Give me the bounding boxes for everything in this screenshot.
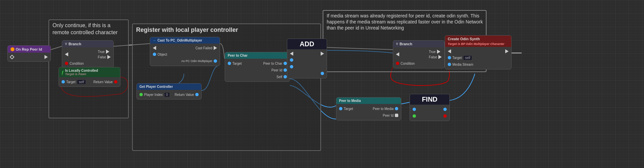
cast-title: Cast To PC_OdinMultiplayer xyxy=(157,39,202,42)
create-synth-media-row: Media Stream xyxy=(445,61,511,68)
is-locally-target-left: Target self xyxy=(62,79,86,85)
node-cast-to-pc[interactable]: ↔ Cast To PC_OdinMultiplayer Cast Failed… xyxy=(150,37,220,66)
is-locally-header: ƒ Is Locally Controlled Target is Pawn xyxy=(59,67,120,77)
find-input-pin xyxy=(413,108,416,111)
branch1-false-label: False xyxy=(98,55,106,59)
peer-media-out-pin xyxy=(395,107,398,110)
get-player-return-right: Return Value xyxy=(175,93,199,97)
branch2-body: True False Condition xyxy=(393,47,444,68)
comment-remote-text: Only continue, if this is a remote contr… xyxy=(52,22,128,36)
branch1-false-row: False xyxy=(98,55,111,59)
node-peer-to-char[interactable]: Peer to Char Target Peer to Char Peer Id… xyxy=(225,52,290,82)
branch1-condition-pin xyxy=(65,62,68,65)
create-synth-target-left: Target self xyxy=(448,55,472,60)
node-add[interactable]: ADD xyxy=(287,39,327,78)
branch1-true-label: True xyxy=(98,50,105,54)
branch1-body: True False Condition xyxy=(62,47,113,68)
add-input-pin2 xyxy=(290,65,293,68)
add-body xyxy=(287,49,327,78)
find-input2-row xyxy=(410,113,449,119)
node-on-rep-peer-id[interactable]: ⬤ On Rep Peer Id xyxy=(7,45,51,62)
branch2-exec-in xyxy=(396,52,399,56)
peer-media-out-right: Peer to Media xyxy=(373,107,398,111)
find-out-pin xyxy=(443,108,447,111)
branch2-exec-true xyxy=(437,50,440,54)
peer-media-peerid-label: Peer Id xyxy=(383,114,394,117)
node-peer-to-media[interactable]: Peer to Media Target Peer to Media Peer … xyxy=(336,97,401,120)
peer-char-peerid-right: Peer Id xyxy=(272,68,287,72)
node-get-player-controller[interactable]: Get Player Controller Player Index 0 Ret… xyxy=(136,83,202,100)
function-icon: ƒ xyxy=(62,70,64,75)
add-header: ADD xyxy=(287,39,327,49)
get-player-index-row: Player Index 0 Return Value xyxy=(137,91,201,98)
is-locally-return-right: Return Value xyxy=(93,80,117,84)
cast-object-row: Object xyxy=(150,51,220,58)
create-synth-media-label: Media Stream xyxy=(452,63,473,66)
cast-object-label: Object xyxy=(157,53,167,56)
add-exec-row xyxy=(287,51,327,57)
branch2-exec-outs: True False xyxy=(429,50,442,59)
peer-char-target-label: Target xyxy=(232,62,242,65)
node-find[interactable]: FIND xyxy=(410,94,450,121)
peer-char-title: Peer to Char xyxy=(228,54,247,57)
peer-char-target-pin xyxy=(228,62,231,65)
get-player-index-pin xyxy=(139,93,143,96)
create-synth-header: Create Odin Synth Target is BP Odin Mult… xyxy=(445,36,511,47)
add-input-pin1 xyxy=(290,58,293,62)
node-on-rep-header: ⬤ On Rep Peer Id xyxy=(8,46,50,53)
find-title: FIND xyxy=(422,96,438,103)
node-on-rep-title: On Rep Peer Id xyxy=(16,47,42,51)
peer-char-out-label: Peer to Char xyxy=(263,62,282,65)
add-pin-left1 xyxy=(287,57,327,63)
create-synth-exec-out xyxy=(505,49,509,53)
branch1-condition-row: Condition xyxy=(62,60,113,67)
branch2-header: ⑂ Branch xyxy=(393,41,444,47)
create-synth-target-pin xyxy=(448,56,451,59)
cast-exec-in xyxy=(153,46,156,50)
peer-media-out-label: Peer to Media xyxy=(373,107,394,111)
cast-as-pc-row: As PC Odin Multiplayer xyxy=(150,58,220,64)
node-branch2[interactable]: ⑂ Branch True False Condition xyxy=(393,40,445,68)
cast-failed-label: Cast Failed xyxy=(195,46,212,50)
is-locally-target-label: Target xyxy=(66,80,76,84)
get-player-title: Get Player Controller xyxy=(139,85,173,89)
branch2-condition-label: Condition xyxy=(401,62,415,65)
node-is-locally-controlled[interactable]: ƒ Is Locally Controlled Target is Pawn T… xyxy=(59,67,120,87)
branch2-false-label: False xyxy=(429,55,437,59)
branch1-cond-left: Condition xyxy=(65,62,84,65)
node-branch1[interactable]: ⑂ Branch True False Condition xyxy=(62,40,114,68)
cast-failed-row: Cast Failed xyxy=(195,46,217,50)
on-rep-exec-row xyxy=(8,54,50,60)
find-out-right xyxy=(443,108,447,111)
branch2-true-row: True xyxy=(429,50,442,54)
branch1-exec-false xyxy=(107,55,111,59)
peer-media-target-row: Target Peer to Media xyxy=(336,105,401,112)
add-pin-left2 xyxy=(287,63,327,70)
get-player-body: Player Index 0 Return Value xyxy=(137,90,201,99)
is-locally-return-pin xyxy=(114,80,117,83)
peer-char-header: Peer to Char xyxy=(225,52,290,59)
branch1-title: Branch xyxy=(69,42,81,46)
is-locally-target-pin xyxy=(62,80,65,83)
create-synth-media-pin xyxy=(448,63,451,66)
branch1-exec-row: True False xyxy=(62,49,113,60)
cast-exec-row: Cast Failed xyxy=(150,45,220,51)
comment-register-text: Register with local player controller xyxy=(136,26,238,34)
is-locally-title-group: Is Locally Controlled Target is Pawn xyxy=(65,69,98,76)
add-out-row xyxy=(287,70,327,77)
peer-char-target-row: Target Peer to Char xyxy=(225,60,290,67)
create-synth-target-row: Target self xyxy=(445,54,511,61)
branch2-false-row: False xyxy=(429,55,442,59)
find-header: FIND xyxy=(410,94,449,105)
peer-char-peerid-label: Peer Id xyxy=(272,68,282,72)
get-player-index-left: Player Index 0 xyxy=(139,92,170,97)
get-player-header: Get Player Controller xyxy=(137,83,201,90)
peer-char-peerid-pin xyxy=(284,68,287,72)
node-create-odin-synth[interactable]: Create Odin Synth Target is BP Odin Mult… xyxy=(445,35,512,69)
find-input-row xyxy=(410,106,449,113)
peer-char-out-right: Peer to Char xyxy=(263,62,287,65)
get-player-return-label: Return Value xyxy=(175,93,194,97)
branch2-condition-row: Condition xyxy=(393,60,444,67)
cast-as-pc-label: As PC Odin Multiplayer xyxy=(181,59,212,63)
peer-media-title: Peer to Media xyxy=(339,99,361,103)
